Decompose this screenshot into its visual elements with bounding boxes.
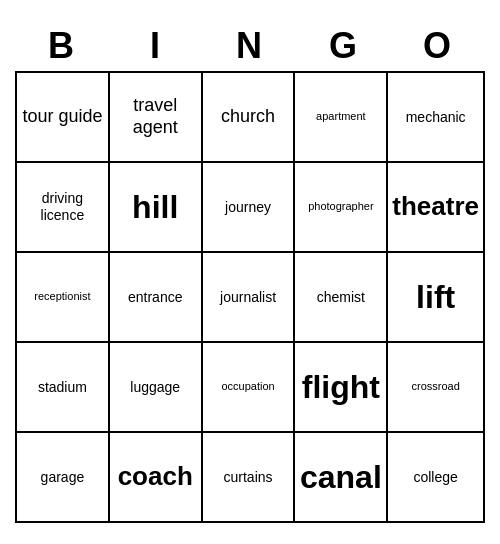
cell-text: garage (41, 469, 85, 486)
cell-text: journey (225, 199, 271, 216)
cell-r2-c4: lift (388, 253, 485, 343)
cell-r2-c3: chemist (295, 253, 388, 343)
cell-r0-c3: apartment (295, 73, 388, 163)
cell-text: crossroad (412, 380, 460, 393)
cell-r3-c3: flight (295, 343, 388, 433)
header-letter: O (391, 21, 485, 71)
header-letter: B (15, 21, 109, 71)
cell-r0-c2: church (203, 73, 296, 163)
cell-r0-c0: tour guide (17, 73, 110, 163)
cell-text: lift (416, 278, 455, 316)
cell-text: receptionist (34, 290, 90, 303)
cell-text: hill (132, 188, 178, 226)
cell-r1-c3: photographer (295, 163, 388, 253)
cell-text: driving licence (21, 190, 104, 224)
cell-r3-c1: luggage (110, 343, 203, 433)
header-letter: G (297, 21, 391, 71)
cell-text: occupation (221, 380, 274, 393)
cell-r0-c4: mechanic (388, 73, 485, 163)
cell-r3-c2: occupation (203, 343, 296, 433)
cell-text: canal (300, 458, 382, 496)
cell-r0-c1: travel agent (110, 73, 203, 163)
cell-r1-c4: theatre (388, 163, 485, 253)
cell-text: journalist (220, 289, 276, 306)
cell-text: mechanic (406, 109, 466, 126)
bingo-card: BINGO tour guidetravel agentchurchapartm… (15, 21, 485, 523)
cell-r4-c3: canal (295, 433, 388, 523)
cell-r3-c4: crossroad (388, 343, 485, 433)
cell-text: photographer (308, 200, 373, 213)
cell-r1-c0: driving licence (17, 163, 110, 253)
cell-text: church (221, 106, 275, 128)
cell-text: flight (302, 368, 380, 406)
header-letter: I (109, 21, 203, 71)
cell-text: stadium (38, 379, 87, 396)
cell-r4-c2: curtains (203, 433, 296, 523)
cell-text: chemist (317, 289, 365, 306)
cell-text: tour guide (22, 106, 102, 128)
header-letter: N (203, 21, 297, 71)
cell-r4-c4: college (388, 433, 485, 523)
cell-r2-c2: journalist (203, 253, 296, 343)
cell-r2-c1: entrance (110, 253, 203, 343)
cell-text: coach (118, 461, 193, 492)
cell-r3-c0: stadium (17, 343, 110, 433)
cell-r2-c0: receptionist (17, 253, 110, 343)
cell-text: luggage (130, 379, 180, 396)
cell-text: entrance (128, 289, 182, 306)
cell-text: theatre (392, 191, 479, 222)
cell-r1-c1: hill (110, 163, 203, 253)
cell-text: college (413, 469, 457, 486)
cell-text: travel agent (114, 95, 197, 138)
bingo-header: BINGO (15, 21, 485, 71)
cell-r4-c0: garage (17, 433, 110, 523)
cell-r4-c1: coach (110, 433, 203, 523)
cell-text: curtains (224, 469, 273, 486)
cell-text: apartment (316, 110, 366, 123)
bingo-grid: tour guidetravel agentchurchapartmentmec… (15, 71, 485, 523)
cell-r1-c2: journey (203, 163, 296, 253)
